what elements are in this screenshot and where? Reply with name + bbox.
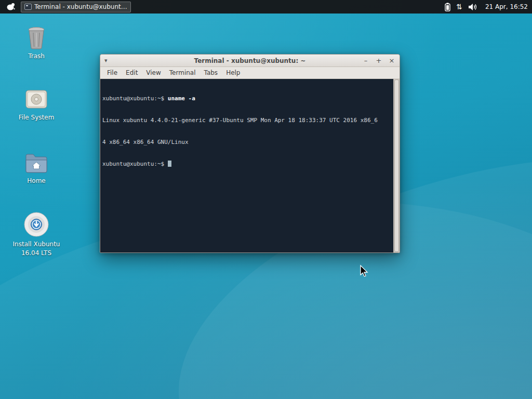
terminal-menubar: File Edit View Terminal Tabs Help [100, 67, 400, 79]
desktop-icon-label: File System [19, 113, 55, 122]
menu-tabs[interactable]: Tabs [201, 68, 222, 77]
terminal-window-icon [24, 4, 32, 10]
terminal-line-1: xubuntu@xubuntu:~$ uname -a [102, 95, 391, 102]
desktop: Terminal - xubuntu@xubuntu... ⇅ 21 Apr, … [0, 0, 532, 399]
whisker-menu-icon [6, 3, 16, 11]
network-icon[interactable]: ⇅ [456, 3, 462, 10]
window-controls: – + × [362, 55, 395, 66]
prompt-1: xubuntu@xubuntu:~$ [102, 95, 168, 102]
terminal-scrollbar[interactable] [393, 79, 400, 252]
command-uname: uname -a [168, 95, 195, 102]
desktop-icon-trash[interactable]: Trash [11, 25, 61, 61]
mouse-cursor-icon [357, 264, 370, 277]
panel-clock[interactable]: 21 Apr, 16:52 [485, 3, 528, 10]
taskbar-button-terminal[interactable]: Terminal - xubuntu@xubuntu... [21, 2, 131, 12]
terminal-cursor [168, 161, 171, 167]
home-folder-icon [24, 152, 49, 175]
minimize-button[interactable]: – [362, 55, 369, 66]
trash-can-icon [24, 25, 48, 50]
desktop-icon-file-system[interactable]: File System [11, 87, 61, 122]
terminal-line-2: Linux xubuntu 4.4.0-21-generic #37-Ubunt… [102, 117, 391, 124]
desktop-icon-install-xubuntu[interactable]: Install Xubuntu 16.04 LTS [11, 211, 61, 258]
desktop-icon-label: Trash [28, 52, 45, 61]
hard-drive-icon [24, 87, 49, 111]
maximize-button[interactable]: + [375, 55, 382, 66]
install-disc-icon [23, 211, 50, 238]
taskbar-button-label: Terminal - xubuntu@xubuntu... [34, 3, 127, 10]
battery-icon[interactable] [445, 3, 450, 11]
terminal-window: ▾ Terminal - xubuntu@xubuntu: ~ – + × Fi… [100, 54, 400, 253]
terminal-output[interactable]: xubuntu@xubuntu:~$ uname -a Linux xubunt… [100, 79, 393, 252]
menu-view[interactable]: View [142, 68, 164, 77]
top-panel: Terminal - xubuntu@xubuntu... ⇅ 21 Apr, … [0, 0, 532, 14]
terminal-body: xubuntu@xubuntu:~$ uname -a Linux xubunt… [100, 79, 400, 252]
desktop-icon-label: Home [27, 177, 45, 185]
volume-icon[interactable] [468, 3, 477, 11]
menu-help[interactable]: Help [222, 68, 244, 77]
desktop-icon-label-line2: 16.04 LTS [13, 249, 60, 258]
desktop-icon-label: Install Xubuntu 16.04 LTS [13, 240, 60, 258]
terminal-line-4: xubuntu@xubuntu:~$ [102, 161, 391, 168]
scrollbar-thumb[interactable] [394, 79, 399, 252]
menu-file[interactable]: File [103, 68, 121, 77]
applications-menu-button[interactable] [4, 1, 18, 12]
window-menu-arrow-icon[interactable]: ▾ [104, 57, 113, 64]
prompt-2: xubuntu@xubuntu:~$ [102, 161, 168, 167]
window-titlebar[interactable]: ▾ Terminal - xubuntu@xubuntu: ~ – + × [100, 55, 400, 67]
desktop-icon-label-line1: Install Xubuntu [13, 240, 60, 249]
close-button[interactable]: × [388, 55, 395, 66]
status-tray: ⇅ 21 Apr, 16:52 [445, 3, 528, 11]
menu-terminal[interactable]: Terminal [166, 68, 200, 77]
menu-edit[interactable]: Edit [122, 68, 141, 77]
window-title: Terminal - xubuntu@xubuntu: ~ [100, 57, 400, 64]
desktop-icon-home[interactable]: Home [11, 152, 61, 185]
terminal-line-3: 4 x86_64 x86_64 GNU/Linux [102, 139, 391, 146]
